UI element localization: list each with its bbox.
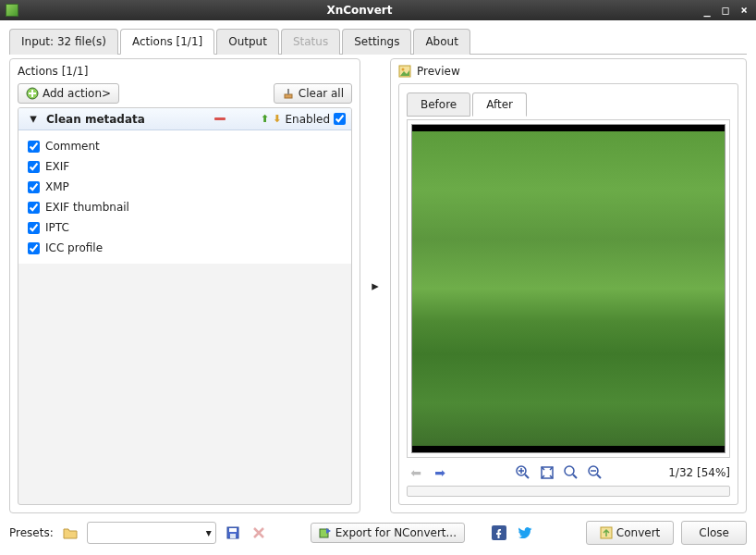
option-checkbox[interactable]	[28, 141, 40, 153]
option-label: EXIF thumbnail	[45, 201, 129, 214]
tab-input[interactable]: Input: 32 file(s)	[9, 29, 118, 55]
option-checkbox[interactable]	[28, 181, 40, 193]
option-label: EXIF	[45, 160, 69, 173]
tab-status: Status	[281, 29, 340, 55]
action-list: ▾ Clean metadata ⬆ ⬇ Enabled CommentEXIF…	[18, 107, 352, 505]
enabled-checkbox[interactable]	[334, 113, 346, 125]
clear-all-button[interactable]: Clear all	[274, 83, 352, 104]
tab-settings[interactable]: Settings	[342, 29, 411, 55]
next-image-icon[interactable]: ➡	[431, 463, 449, 482]
option-checkbox[interactable]	[28, 242, 40, 254]
option-row: EXIF thumbnail	[26, 197, 344, 217]
facebook-icon[interactable]	[490, 524, 508, 542]
twitter-icon[interactable]	[516, 524, 534, 542]
action-name: Clean metadata	[46, 113, 211, 126]
close-icon[interactable]: ×	[738, 4, 750, 17]
preview-scrollbar[interactable]	[407, 486, 730, 497]
app-icon	[6, 4, 18, 17]
collapse-arrow-icon[interactable]: ▾	[24, 112, 43, 126]
panel-collapse-icon[interactable]: ▸	[366, 279, 384, 293]
presets-combo[interactable]: ▾	[87, 522, 216, 544]
action-header[interactable]: ▾ Clean metadata ⬆ ⬇ Enabled	[18, 108, 351, 130]
svg-point-4	[402, 68, 405, 71]
option-row: ICC profile	[26, 238, 344, 258]
open-preset-icon[interactable]	[61, 524, 79, 542]
option-row: Comment	[26, 136, 344, 156]
presets-label: Presets:	[9, 526, 54, 539]
close-label: Close	[699, 526, 729, 539]
actions-panel-title: Actions [1/1]	[18, 65, 352, 78]
chevron-down-icon: ▾	[206, 526, 212, 539]
action-body: CommentEXIFXMPEXIF thumbnailIPTCICC prof…	[18, 130, 351, 264]
prev-image-icon[interactable]: ⬅	[407, 463, 425, 482]
option-row: IPTC	[26, 217, 344, 238]
export-label: Export for NConvert...	[335, 526, 457, 539]
export-icon	[319, 526, 332, 539]
zoom-in-icon[interactable]	[514, 463, 532, 482]
actions-panel: Actions [1/1] Add action> Clear all	[9, 58, 360, 513]
zoom-out-icon[interactable]	[586, 463, 604, 482]
svg-point-8	[565, 466, 574, 475]
option-checkbox[interactable]	[28, 202, 40, 214]
zoom-actual-icon[interactable]	[562, 463, 580, 482]
svg-line-11	[597, 475, 601, 478]
svg-line-6	[525, 475, 529, 478]
convert-label: Convert	[616, 526, 660, 539]
tab-about[interactable]: About	[413, 29, 469, 55]
title-bar: XnConvert _ □ ×	[0, 0, 756, 20]
delete-preset-icon	[250, 524, 268, 542]
move-down-icon[interactable]: ⬇	[273, 113, 281, 125]
tab-actions[interactable]: Actions [1/1]	[120, 29, 214, 55]
window-title: XnConvert	[24, 4, 695, 17]
preview-status: 1/32 [54%]	[668, 466, 730, 479]
clear-all-label: Clear all	[299, 87, 344, 100]
footer: Presets: ▾ Export for NConvert...	[9, 521, 747, 545]
option-label: XMP	[45, 180, 69, 193]
convert-button[interactable]: Convert	[586, 521, 674, 545]
svg-rect-14	[229, 528, 237, 532]
preview-panel: Preview Before After ⬅ ➡	[390, 58, 747, 513]
svg-rect-15	[230, 534, 236, 538]
plus-icon	[26, 87, 39, 100]
option-label: Comment	[45, 140, 100, 153]
add-action-label: Add action>	[43, 87, 111, 100]
svg-line-9	[573, 475, 577, 478]
svg-rect-1	[285, 94, 292, 98]
tab-after[interactable]: After	[472, 92, 527, 117]
minimize-icon[interactable]: _	[701, 4, 713, 17]
close-button[interactable]: Close	[681, 521, 747, 545]
convert-icon	[600, 526, 613, 539]
move-up-icon[interactable]: ⬆	[261, 113, 269, 125]
save-preset-icon[interactable]	[224, 524, 242, 542]
preview-frame	[407, 119, 730, 458]
remove-action-icon[interactable]	[214, 117, 226, 120]
tab-before[interactable]: Before	[407, 92, 470, 117]
enabled-label: Enabled	[286, 113, 331, 126]
main-tabs: Input: 32 file(s) Actions [1/1] Output S…	[9, 28, 747, 55]
option-checkbox[interactable]	[28, 161, 40, 173]
preview-title: Preview	[417, 65, 460, 78]
tab-output[interactable]: Output	[216, 29, 279, 55]
option-row: XMP	[26, 177, 344, 197]
add-action-button[interactable]: Add action>	[18, 83, 119, 104]
broom-icon	[282, 87, 295, 100]
preview-icon	[398, 65, 411, 78]
option-checkbox[interactable]	[28, 222, 40, 234]
option-label: ICC profile	[45, 241, 103, 254]
zoom-fit-icon[interactable]	[538, 463, 556, 482]
export-nconvert-button[interactable]: Export for NConvert...	[311, 523, 465, 543]
preview-image	[411, 124, 726, 453]
option-row: EXIF	[26, 156, 344, 177]
maximize-icon[interactable]: □	[719, 4, 732, 17]
option-label: IPTC	[45, 221, 69, 234]
